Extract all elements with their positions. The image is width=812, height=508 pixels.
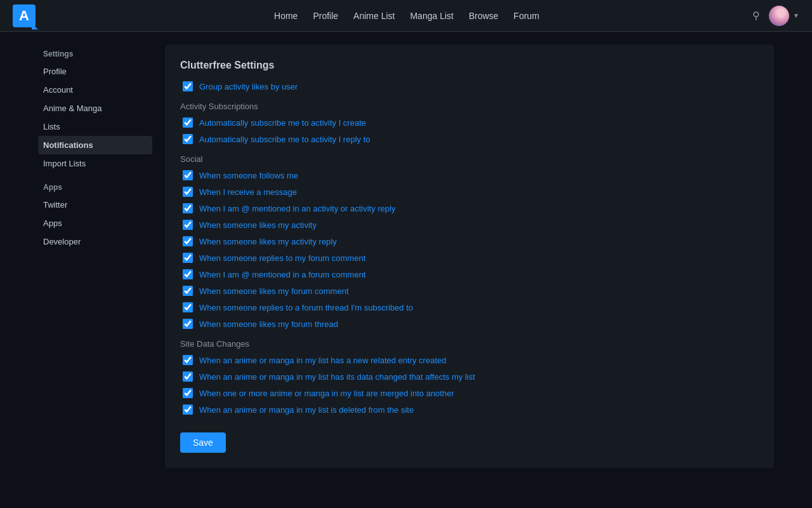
checkbox-likes-forum-thread[interactable]: [183, 319, 193, 329]
checkbox-likes-forum-comment[interactable]: [183, 286, 193, 296]
checkbox-likes-activity[interactable]: [183, 220, 193, 230]
sidebar-item-notifications[interactable]: Notifications: [38, 136, 152, 154]
checkbox-message[interactable]: [183, 187, 193, 197]
clutterfree-section: Group activity likes by user: [180, 81, 759, 91]
checkbox-row-replies-forum-thread: When someone replies to a forum thread I…: [180, 302, 759, 312]
checkbox-label-likes-forum-thread[interactable]: When someone likes my forum thread: [199, 319, 338, 329]
navbar-right: ⚲ ▼: [752, 6, 799, 26]
checkbox-follows[interactable]: [183, 170, 193, 180]
checkbox-row-mentioned-activity: When I am @ mentioned in an activity or …: [180, 203, 759, 213]
checkbox-label-message[interactable]: When I receive a message: [199, 187, 297, 197]
checkbox-row-likes-activity-reply: When someone likes my activity reply: [180, 236, 759, 246]
checkbox-label-auto-reply[interactable]: Automatically subscribe me to activity I…: [199, 135, 370, 144]
sidebar-item-developer[interactable]: Developer: [38, 232, 152, 251]
checkbox-row-deleted: When an anime or manga in my list is del…: [180, 404, 759, 415]
sidebar-item-anime-manga[interactable]: Anime & Manga: [38, 99, 152, 117]
sidebar: Settings Profile Account Anime & Manga L…: [38, 44, 152, 468]
navbar: A Home Profile Anime List Manga List Bro…: [0, 0, 812, 32]
sidebar-item-twitter[interactable]: Twitter: [38, 196, 152, 214]
page-title: Clutterfree Settings: [180, 60, 759, 71]
checkbox-row-likes-forum-comment: When someone likes my forum comment: [180, 286, 759, 296]
chevron-down-icon: ▼: [793, 12, 799, 19]
checkbox-row-auto-create: Automatically subscribe me to activity I…: [180, 117, 759, 128]
checkbox-label-replies-forum-thread[interactable]: When someone replies to a forum thread I…: [199, 303, 413, 312]
checkbox-label-follows[interactable]: When someone follows me: [199, 171, 298, 180]
checkbox-label-replies-forum-comment[interactable]: When someone replies to my forum comment: [199, 253, 365, 263]
checkbox-label-likes-forum-comment[interactable]: When someone likes my forum comment: [199, 286, 349, 296]
checkbox-row-data-changed: When an anime or manga in my list has it…: [180, 371, 759, 382]
checkbox-label-data-changed[interactable]: When an anime or manga in my list has it…: [199, 372, 475, 382]
checkbox-label-likes-activity-reply[interactable]: When someone likes my activity reply: [199, 237, 337, 246]
checkbox-data-changed[interactable]: [183, 371, 193, 382]
sidebar-item-import-lists[interactable]: Import Lists: [38, 154, 152, 173]
checkbox-new-related[interactable]: [183, 355, 193, 365]
nav-browse[interactable]: Browse: [469, 11, 499, 21]
checkbox-label-new-related[interactable]: When an anime or manga in my list has a …: [199, 356, 446, 365]
page-container: Settings Profile Account Anime & Manga L…: [25, 32, 787, 481]
checkbox-row-likes-activity: When someone likes my activity: [180, 220, 759, 230]
nav-home[interactable]: Home: [274, 11, 298, 21]
checkbox-mentioned-activity[interactable]: [183, 203, 193, 213]
site-data-heading: Site Data Changes: [180, 339, 759, 349]
checkbox-row-auto-reply: Automatically subscribe me to activity I…: [180, 134, 759, 144]
checkbox-replies-forum-comment[interactable]: [183, 253, 193, 263]
checkbox-auto-reply[interactable]: [183, 134, 193, 144]
user-menu[interactable]: ▼: [769, 6, 799, 26]
sidebar-item-lists[interactable]: Lists: [38, 117, 152, 136]
sidebar-apps-label: Apps: [38, 178, 152, 196]
search-button[interactable]: ⚲: [752, 10, 760, 22]
checkbox-auto-create[interactable]: [183, 117, 193, 128]
nav-forum[interactable]: Forum: [514, 11, 539, 21]
checkbox-replies-forum-thread[interactable]: [183, 302, 193, 312]
nav-anime-list[interactable]: Anime List: [353, 11, 395, 21]
checkbox-label-auto-create[interactable]: Automatically subscribe me to activity I…: [199, 118, 366, 128]
nav-manga-list[interactable]: Manga List: [410, 11, 453, 21]
logo[interactable]: A: [13, 4, 36, 27]
checkbox-row-replies-forum-comment: When someone replies to my forum comment: [180, 253, 759, 263]
checkbox-row-group-activity: Group activity likes by user: [180, 81, 759, 91]
checkbox-label-mentioned-forum[interactable]: When I am @ mentioned in a forum comment: [199, 270, 365, 279]
checkbox-merged[interactable]: [183, 388, 193, 398]
checkbox-label-likes-activity[interactable]: When someone likes my activity: [199, 220, 317, 230]
avatar: [769, 6, 789, 26]
sidebar-item-account[interactable]: Account: [38, 81, 152, 99]
checkbox-mentioned-forum[interactable]: [183, 269, 193, 279]
logo-icon: A: [13, 4, 36, 27]
social-section: Social When someone follows me When I re…: [180, 154, 759, 329]
sidebar-item-profile[interactable]: Profile: [38, 62, 152, 81]
activity-subscriptions-heading: Activity Subscriptions: [180, 102, 759, 111]
checkbox-label-group-activity[interactable]: Group activity likes by user: [199, 82, 298, 91]
checkbox-label-deleted[interactable]: When an anime or manga in my list is del…: [199, 405, 414, 415]
social-heading: Social: [180, 154, 759, 164]
checkbox-row-follows: When someone follows me: [180, 170, 759, 180]
checkbox-label-mentioned-activity[interactable]: When I am @ mentioned in an activity or …: [199, 204, 395, 213]
main-content: Clutterfree Settings Group activity like…: [165, 44, 774, 468]
activity-subscriptions-section: Activity Subscriptions Automatically sub…: [180, 102, 759, 144]
checkbox-row-message: When I receive a message: [180, 187, 759, 197]
checkbox-likes-activity-reply[interactable]: [183, 236, 193, 246]
sidebar-item-apps[interactable]: Apps: [38, 214, 152, 232]
sidebar-settings-label: Settings: [38, 44, 152, 62]
checkbox-row-new-related: When an anime or manga in my list has a …: [180, 355, 759, 365]
checkbox-group-activity[interactable]: [183, 81, 193, 91]
save-button[interactable]: Save: [180, 432, 226, 453]
checkbox-row-merged: When one or more anime or manga in my li…: [180, 388, 759, 398]
checkbox-label-merged[interactable]: When one or more anime or manga in my li…: [199, 389, 454, 398]
checkbox-row-likes-forum-thread: When someone likes my forum thread: [180, 319, 759, 329]
nav-profile[interactable]: Profile: [313, 11, 338, 21]
checkbox-deleted[interactable]: [183, 404, 193, 415]
checkbox-row-mentioned-forum: When I am @ mentioned in a forum comment: [180, 269, 759, 279]
nav-links: Home Profile Anime List Manga List Brows…: [61, 11, 752, 21]
site-data-section: Site Data Changes When an anime or manga…: [180, 339, 759, 415]
